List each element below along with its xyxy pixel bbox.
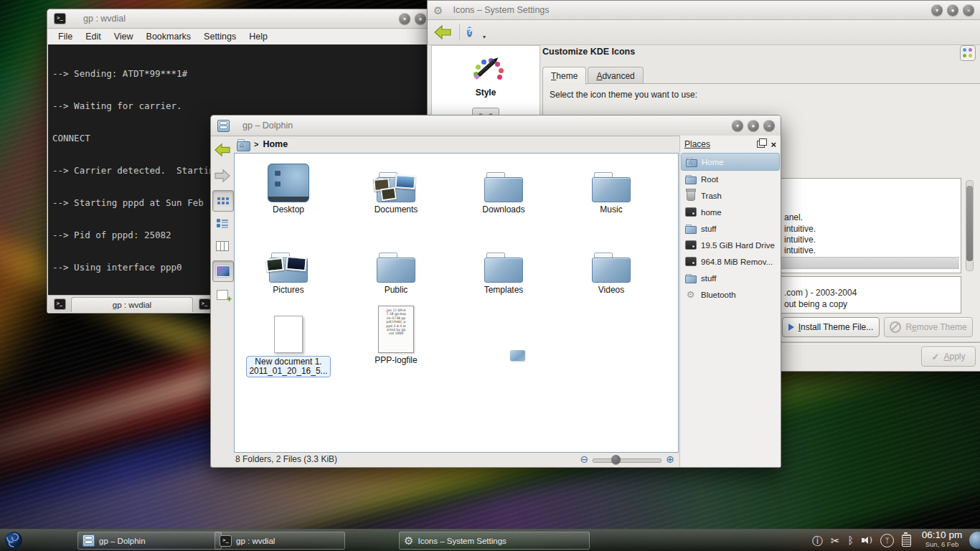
places-item-root[interactable]: Root	[681, 171, 780, 187]
dolphin-window-title: gp – Dolphin	[242, 121, 293, 131]
places-item-trash[interactable]: Trash	[681, 187, 780, 204]
zoom-slider[interactable]	[593, 455, 661, 464]
breadcrumb-home[interactable]: Home	[263, 139, 288, 149]
places-item-home-partition[interactable]: home	[681, 204, 780, 220]
blank-document-icon	[274, 316, 303, 353]
scrollbar-thumb[interactable]	[966, 186, 973, 261]
minimize-button[interactable]: ▾	[732, 120, 743, 131]
sidebar-item-style[interactable]: Style	[432, 46, 540, 98]
close-panel-icon[interactable]: ×	[771, 140, 776, 149]
folder-view[interactable]: Desktop Documents Downloads	[234, 153, 679, 453]
folder-icon	[484, 172, 523, 202]
file-item-templates[interactable]: Templates	[453, 241, 554, 295]
remove-theme-button[interactable]: Remove Theme	[884, 317, 973, 337]
places-panel-title: Places	[684, 139, 757, 149]
file-item-pictures[interactable]: Pictures	[238, 241, 339, 295]
menu-help[interactable]: Help	[242, 32, 274, 42]
forward-button[interactable]	[212, 166, 232, 186]
tab-advanced[interactable]: Advanced	[588, 67, 643, 84]
zoom-out-icon[interactable]: ⊖	[580, 454, 589, 464]
zoom-slider-knob[interactable]	[611, 455, 621, 464]
volume-icon[interactable]: )	[862, 536, 872, 545]
file-label: PPP-logfile	[346, 356, 446, 365]
theme-description-fragment: .com ) - 2003-2004	[784, 288, 857, 298]
task-label: Icons – System Settings	[418, 537, 506, 545]
menu-edit[interactable]: Edit	[79, 32, 108, 42]
places-label: Home	[702, 158, 724, 166]
places-item-home[interactable]: ⌂ Home	[681, 153, 780, 171]
task-system-settings[interactable]: ⚙ Icons – System Settings	[399, 532, 590, 550]
install-theme-button[interactable]: Install Theme File...	[782, 317, 880, 337]
back-button[interactable]	[212, 140, 232, 160]
minimize-button[interactable]: ▾	[931, 4, 943, 16]
icons-view-button[interactable]	[212, 190, 234, 212]
file-item-public[interactable]: Public	[346, 241, 446, 295]
close-button[interactable]: ×	[763, 120, 775, 131]
menu-file[interactable]: File	[52, 32, 79, 42]
folder-icon	[592, 253, 631, 283]
details-view-button[interactable]	[212, 213, 232, 233]
file-item-documents[interactable]: Documents	[346, 161, 446, 215]
task-dolphin[interactable]: gp – Dolphin	[77, 532, 222, 550]
minimize-button[interactable]: ▾	[399, 13, 410, 24]
menu-bookmarks[interactable]: Bookmarks	[140, 32, 198, 42]
hard-drive-icon	[685, 240, 697, 250]
device-notifier-icon[interactable]	[902, 534, 911, 547]
places-item-hard-drive[interactable]: 19.5 GiB Hard Drive	[681, 237, 780, 253]
menu-view[interactable]: View	[108, 32, 140, 42]
preview-toggle-button[interactable]	[212, 260, 234, 282]
style-icon	[468, 52, 503, 83]
places-item-removable[interactable]: 964.8 MiB Remov...	[681, 253, 780, 270]
drag-ghost-thumbnail	[510, 350, 525, 361]
file-item-music[interactable]: Music	[561, 161, 661, 215]
konsole-tab-label: gp : wvdial	[113, 301, 151, 309]
new-tab-button[interactable]: >_	[51, 298, 68, 311]
file-item-videos[interactable]: Videos	[561, 241, 661, 295]
app-launcher-button[interactable]	[2, 530, 25, 550]
task-konsole[interactable]: >_ gp : wvdial	[215, 532, 345, 550]
konsole-menubar: File Edit View Bookmarks Settings Help	[47, 29, 432, 45]
places-label: Root	[701, 175, 718, 184]
places-item-stuff[interactable]: stuff	[681, 220, 780, 237]
theme-list-text-fragment: intuitive.	[784, 245, 816, 255]
file-label: Pictures	[238, 286, 339, 295]
columns-view-button[interactable]	[212, 236, 232, 256]
dolphin-titlebar[interactable]: gp – Dolphin ▾ ● ×	[211, 116, 781, 136]
back-button[interactable]	[433, 24, 452, 41]
notifications-icon[interactable]: ⓘ	[812, 535, 823, 546]
file-item-desktop[interactable]: Desktop	[238, 161, 339, 215]
folder-icon	[685, 225, 696, 233]
home-folder-icon[interactable]: ⌂	[237, 139, 250, 150]
usb-device-icon[interactable]: ᛉ	[880, 534, 894, 547]
tab-theme[interactable]: Theme	[542, 67, 586, 85]
places-item-bluetooth[interactable]: ⚙ Bluetooth	[681, 286, 780, 303]
file-item-downloads[interactable]: Downloads	[453, 161, 554, 215]
panel-cashew-icon[interactable]	[969, 532, 980, 549]
apply-button[interactable]: ✓ Apply	[921, 347, 976, 367]
float-panel-icon[interactable]	[757, 141, 765, 148]
file-label: Templates	[453, 286, 554, 295]
theme-description-fragment: out being a copy	[784, 299, 847, 309]
theme-list-scrollbar[interactable]	[966, 180, 974, 271]
maximize-button[interactable]: ●	[947, 4, 958, 16]
theme-list-text-fragment: intuitive.	[784, 235, 816, 245]
file-label: Videos	[561, 286, 661, 295]
file-item-new-document[interactable]: New document 1.2011_01_20_16_5...	[238, 310, 339, 377]
menu-settings[interactable]: Settings	[197, 32, 242, 42]
maximize-button[interactable]: ●	[415, 13, 426, 24]
breadcrumb: ⌂ > Home	[234, 136, 680, 153]
konsole-titlebar[interactable]: >_ gp : wvdial ▾ ●	[47, 9, 432, 29]
digital-clock[interactable]: 06:10 pm Sun, 6 Feb	[914, 530, 970, 548]
help-button[interactable]: ? ▾	[467, 24, 483, 40]
system-settings-titlebar[interactable]: ⚙ Icons – System Settings ▾ ● ×	[428, 1, 980, 20]
bluetooth-icon[interactable]: ᛒ	[848, 535, 854, 545]
file-item-ppp-logfile[interactable]: Jan 17 09:4 7:18 gp-Asp ire-5738 pp pd[1…	[346, 310, 446, 365]
places-item-stuff-2[interactable]: stuff	[681, 270, 780, 286]
konsole-tab[interactable]: gp : wvdial	[71, 297, 193, 312]
split-view-button[interactable]	[212, 285, 232, 305]
klipper-scissors-icon[interactable]: ✂	[831, 535, 840, 546]
page-title: Customize KDE Icons	[542, 47, 635, 57]
close-button[interactable]: ×	[963, 4, 974, 16]
maximize-button[interactable]: ●	[748, 120, 759, 131]
zoom-in-icon[interactable]: ⊕	[666, 454, 674, 464]
